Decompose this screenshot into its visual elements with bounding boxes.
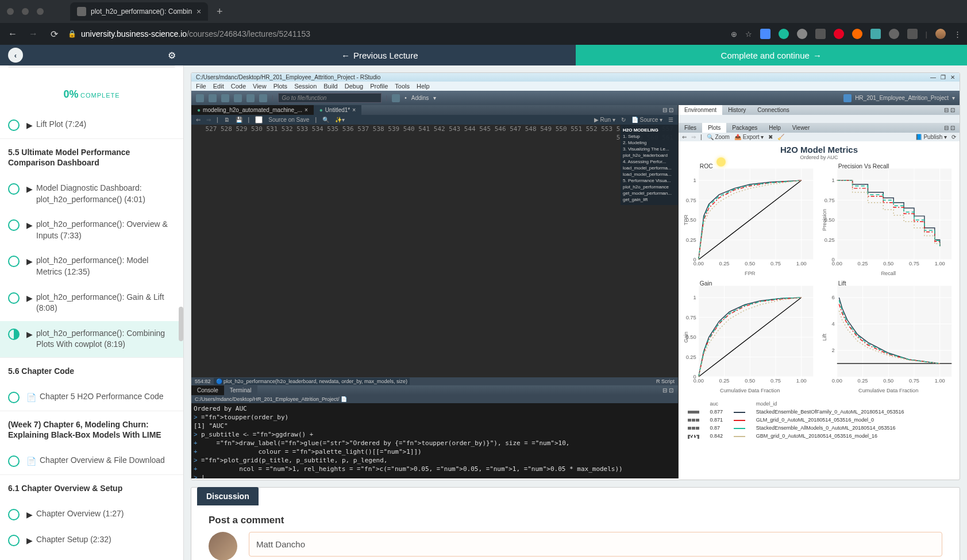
window-min-icon[interactable]: — <box>930 74 936 80</box>
lesson-item[interactable]: ▶Model Diagnostic Dashboard: plot_h2o_pe… <box>0 176 183 212</box>
env-toolbar[interactable] <box>679 115 960 123</box>
plot-fwd-icon[interactable]: ⇒ <box>691 134 696 140</box>
open-file-icon[interactable] <box>221 94 229 102</box>
ext-icon[interactable] <box>852 29 862 39</box>
lesson-item[interactable]: ▶plot_h2o_performance(): Overview & Inpu… <box>0 212 183 248</box>
new-project-icon[interactable] <box>209 94 217 102</box>
back-button[interactable]: ← <box>6 27 20 41</box>
project-name[interactable]: HR_201_Employee_Attrition_Project <box>855 95 949 101</box>
menu-icon[interactable]: ⋮ <box>954 30 961 38</box>
close-icon[interactable]: × <box>352 107 356 113</box>
menu-tools[interactable]: Tools <box>395 83 410 90</box>
console-tab[interactable]: Console <box>191 385 224 395</box>
find-icon[interactable]: 🔍 <box>322 117 329 123</box>
new-tab-button[interactable]: + <box>211 3 228 20</box>
console-tab[interactable]: Terminal <box>224 385 257 395</box>
source-tabs[interactable]: ● modeling_h2o_automated_machine_... ×● … <box>191 105 678 115</box>
pane-tab[interactable]: Files <box>679 123 702 133</box>
new-file-icon[interactable] <box>196 94 204 102</box>
gear-icon[interactable]: ⚙ <box>168 50 176 61</box>
env-pane-tabs[interactable]: EnvironmentHistoryConnections⊟ ⊡ <box>679 105 960 115</box>
menu-profile[interactable]: Profile <box>370 83 388 90</box>
goto-file-input[interactable]: Go to file/function <box>278 93 382 103</box>
refresh-icon[interactable]: ⟳ <box>951 134 956 140</box>
menu-debug[interactable]: Debug <box>345 83 363 90</box>
window-min-mac[interactable] <box>22 8 29 15</box>
ext-icon[interactable] <box>760 29 770 39</box>
rstudio-toolbar[interactable]: | Go to file/function | • Addins▾ HR_201… <box>191 91 960 105</box>
outline-icon[interactable]: ☰ <box>668 117 673 123</box>
profile-avatar[interactable] <box>935 29 946 39</box>
rstudio-menubar[interactable]: FileEditCodeViewPlotsSessionBuildDebugPr… <box>191 82 960 91</box>
menu-build[interactable]: Build <box>323 83 337 90</box>
save-icon[interactable] <box>234 94 242 102</box>
pane-tab[interactable]: Connections <box>752 105 795 115</box>
lesson-item[interactable]: ▶Chapter Setup (2:32) <box>0 527 183 554</box>
star-icon[interactable]: ☆ <box>745 30 752 38</box>
window-close-mac[interactable] <box>7 8 14 15</box>
ext-icon[interactable] <box>815 29 826 39</box>
pane-tab[interactable]: Packages <box>726 123 763 133</box>
window-max-mac[interactable] <box>37 8 44 15</box>
ext-icon[interactable] <box>907 29 918 39</box>
previous-lecture-button[interactable]: ← Previous Lecture <box>184 45 576 65</box>
lesson-item[interactable]: ▶plot_h2o_performance(): Combining Plots… <box>0 321 183 357</box>
wand-icon[interactable]: ✨▾ <box>335 117 345 123</box>
save-icon[interactable]: 💾 <box>236 117 242 123</box>
save-all-icon[interactable] <box>246 94 255 102</box>
browser-tab[interactable]: plot_h2o_performance(): Combin × <box>70 2 208 21</box>
pane-tab[interactable]: Environment <box>679 105 722 115</box>
source-on-save-checkbox[interactable] <box>255 116 263 123</box>
menu-file[interactable]: File <box>196 83 206 90</box>
source-editor[interactable]: 527 528 529 530 531 532 533 534 535 536 … <box>191 125 678 377</box>
zoom-button[interactable]: 🔍 Zoom <box>707 134 730 140</box>
ext-icon[interactable] <box>797 29 807 39</box>
rerun-icon[interactable]: ↻ <box>621 117 626 123</box>
video-player[interactable]: C:/Users/mdanc/Desktop/HR_201_Employee_A… <box>191 72 960 480</box>
comment-input[interactable]: Matt Dancho <box>249 532 942 557</box>
menu-help[interactable]: Help <box>417 83 430 90</box>
plots-pane-tabs[interactable]: FilesPlotsPackagesHelpViewer⊟ ⊡ <box>679 123 960 133</box>
zoom-icon[interactable]: ⊕ <box>731 30 737 38</box>
ext-icon[interactable] <box>870 29 881 39</box>
ext-icon[interactable] <box>889 29 899 39</box>
remove-plot-icon[interactable]: ✖ <box>768 134 773 140</box>
document-outline[interactable]: H2O MODELING1. Setup2. Modeling3. Visual… <box>621 125 678 205</box>
reload-button[interactable]: ⟳ <box>47 27 61 41</box>
pane-controls[interactable]: ⊟ ⊡ <box>939 105 960 115</box>
discussion-tab[interactable]: Discussion <box>197 487 259 505</box>
pane-controls[interactable]: ⊟ ⊡ <box>658 105 678 115</box>
lesson-item[interactable]: ▶plot_h2o_performance(): Gain & Lift (8:… <box>0 285 183 321</box>
back-icon[interactable]: ⇐ <box>196 117 201 123</box>
addins-dropdown[interactable]: Addins <box>411 95 429 101</box>
scrollbar[interactable] <box>179 307 183 341</box>
source-tab[interactable]: ● modeling_h2o_automated_machine_... × <box>191 105 314 115</box>
console[interactable]: Ordered by AUC > ="fn">toupper(order_by)… <box>191 403 678 478</box>
pane-tab[interactable]: Viewer <box>787 123 815 133</box>
plots-toolbar[interactable]: ⇐ ⇒ | 🔍 Zoom 📤 Export ▾ ✖ 🧹 📘 Publish ▾ … <box>679 133 960 141</box>
ext-icon[interactable] <box>779 29 789 39</box>
close-icon[interactable]: × <box>197 7 201 16</box>
pane-tab[interactable]: History <box>722 105 752 115</box>
lesson-item[interactable]: ▶Chapter Overview (1:27) <box>0 501 183 528</box>
console-tabs[interactable]: ConsoleTerminal⊟ ⊡ <box>191 385 678 395</box>
print-icon[interactable] <box>259 94 267 102</box>
fwd-icon[interactable]: ⇒ <box>206 117 211 123</box>
clear-plots-icon[interactable]: 🧹 <box>777 134 784 140</box>
url-field[interactable]: 🔒 university.business-science.io/courses… <box>68 29 724 38</box>
source-toolbar[interactable]: ⇐ ⇒ | 🗎 💾 | Source on Save | 🔍 ✨▾ ▶ Run … <box>191 115 678 125</box>
pane-tab[interactable]: Help <box>763 123 787 133</box>
menu-session[interactable]: Session <box>294 83 317 90</box>
menu-view[interactable]: View <box>253 83 267 90</box>
menu-code[interactable]: Code <box>231 83 246 90</box>
lesson-item[interactable]: ▶plot_h2o_performance(): Model Metrics (… <box>0 248 183 284</box>
complete-continue-button[interactable]: Complete and continue → <box>576 45 968 65</box>
source-tab[interactable]: ● Untitled1* × <box>314 105 361 115</box>
lesson-item[interactable]: 📄Chapter Overview & File Download <box>0 448 183 474</box>
pane-tab[interactable]: Plots <box>702 123 726 133</box>
run-button[interactable]: ▶ Run ▾ <box>594 117 615 123</box>
publish-button[interactable]: 📘 Publish ▾ <box>915 134 947 140</box>
window-close-icon[interactable]: ✕ <box>950 74 955 80</box>
ext-icon[interactable] <box>834 29 844 39</box>
pane-controls[interactable]: ⊟ ⊡ <box>939 123 960 133</box>
